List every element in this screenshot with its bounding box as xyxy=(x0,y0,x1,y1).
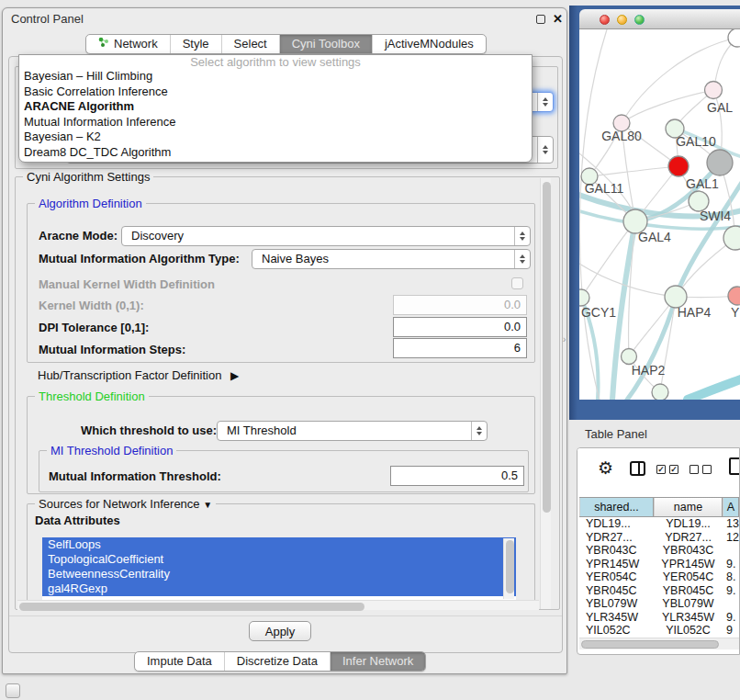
disclosure-down-icon[interactable]: ▼ xyxy=(203,500,212,510)
tab-network[interactable]: Network xyxy=(86,35,170,53)
tab-discretize-data[interactable]: Discretize Data xyxy=(224,652,330,671)
attribute-item[interactable]: BetweennessCentrality xyxy=(42,567,516,581)
column-header[interactable]: name xyxy=(654,498,723,516)
network-node-label: Y xyxy=(731,305,740,320)
stepper-icon xyxy=(537,137,553,163)
table-header: shared...nameA xyxy=(579,497,739,517)
table-cell: YDL19... xyxy=(654,517,723,531)
table-row[interactable]: YER054CYER054C8. xyxy=(579,570,739,584)
hub-definition-label[interactable]: Hub/Transcription Factor Definition ▶ xyxy=(38,368,239,382)
network-node[interactable] xyxy=(707,150,733,175)
table-horizontal-scrollbar[interactable] xyxy=(579,638,739,649)
mi-type-combo[interactable]: Naive Bayes xyxy=(252,249,531,269)
network-node[interactable] xyxy=(705,82,723,99)
network-window-titlebar[interactable] xyxy=(579,9,740,29)
float-panel-icon[interactable] xyxy=(536,15,545,24)
tab-jactivemnodules[interactable]: jActiveMNodules xyxy=(372,35,486,53)
algorithm-option[interactable]: Bayesian – Hill Climbing xyxy=(19,69,532,85)
threshold-definition-group: Threshold Definition Which threshold to … xyxy=(27,396,535,494)
gear-icon[interactable]: ⚙ xyxy=(598,459,613,477)
network-node[interactable] xyxy=(728,29,740,47)
checked-checkbox-icon[interactable]: ✓ xyxy=(656,465,666,474)
mi-threshold-field[interactable]: 0.5 xyxy=(390,466,524,486)
table-cell: YIL052C xyxy=(654,624,723,638)
attributes-scrollbar[interactable] xyxy=(503,538,514,599)
table-row[interactable]: YDR27...YDR27...12 xyxy=(579,531,739,545)
which-threshold-combo[interactable]: MI Threshold xyxy=(217,421,488,441)
network-node[interactable] xyxy=(622,349,637,365)
table-row[interactable]: YBL079WYBL079W xyxy=(579,597,739,611)
tab-label: Select xyxy=(234,35,267,53)
network-canvas[interactable]: GALGAL80GAL10GAL1GAL11GAL4SWI4GCY1HAP4YH… xyxy=(579,29,740,400)
table-cell: 8. xyxy=(723,570,739,584)
tab-label: Discretize Data xyxy=(237,652,318,671)
tab-label: jActiveMNodules xyxy=(385,35,474,53)
document-icon[interactable] xyxy=(729,457,740,475)
table-row[interactable]: YBR043CYBR043C xyxy=(579,544,739,558)
table-row[interactable]: YDL19...YDL19...13 xyxy=(579,517,739,531)
dpi-tolerance-field[interactable]: 0.0 xyxy=(393,317,527,337)
kernel-width-field[interactable]: 0.0 xyxy=(393,295,527,315)
table-row[interactable]: YPR145WYPR145W9. xyxy=(579,558,739,571)
table-cell: YDR27... xyxy=(654,531,723,545)
mi-steps-label: Mutual Information Steps: xyxy=(39,343,185,356)
network-node-label: GCY1 xyxy=(581,305,616,320)
algorithm-option[interactable]: Dream8 DC_TDC Algorithm xyxy=(19,145,532,161)
close-icon[interactable]: ✕ xyxy=(553,12,563,26)
split-columns-icon[interactable] xyxy=(630,461,645,476)
table-cell: YDR27... xyxy=(579,531,654,545)
tab-infer-network[interactable]: Infer Network xyxy=(330,652,425,671)
network-node[interactable] xyxy=(652,384,668,400)
attribute-item[interactable]: TopologicalCoefficient xyxy=(42,552,516,567)
table-cell: 9. xyxy=(723,584,739,598)
unchecked-checkbox-icon[interactable] xyxy=(702,465,712,474)
table-cell: 12 xyxy=(723,531,739,545)
table-cell: YBL079W xyxy=(654,597,723,611)
table-row[interactable]: YLR345WYLR345W9. xyxy=(579,611,739,625)
unchecked-checkbox-icon[interactable] xyxy=(690,465,699,474)
apply-separator xyxy=(9,615,562,616)
mi-steps-field[interactable]: 6 xyxy=(393,338,527,358)
attribute-item[interactable]: gal4RGexp xyxy=(42,581,516,596)
algorithm-dropdown-popup: Select algorithm to view settings Bayesi… xyxy=(18,54,533,163)
minimized-panel-icon[interactable] xyxy=(6,683,20,698)
apply-button[interactable]: Apply xyxy=(249,621,311,641)
algorithm-option[interactable]: Basic Correlation Inference xyxy=(19,85,532,100)
network-node[interactable] xyxy=(579,289,589,306)
dpi-tolerance-label: DPI Tolerance [0,1]: xyxy=(39,321,149,334)
tab-label: Infer Network xyxy=(342,652,413,671)
attribute-item[interactable]: SelfLoops xyxy=(42,537,516,552)
algorithm-option[interactable]: Mutual Information Inference xyxy=(19,115,532,130)
table-panel: Table Panel ⚙ ✓ ✓ shared...nameA YDL19..… xyxy=(569,420,740,700)
manual-kernel-checkbox[interactable] xyxy=(511,277,523,289)
minimize-window-icon[interactable] xyxy=(617,15,627,25)
tab-select[interactable]: Select xyxy=(221,35,279,53)
close-window-icon[interactable] xyxy=(600,15,610,25)
mi-type-label: Mutual Information Algorithm Type: xyxy=(39,252,240,265)
table-cell: 9. xyxy=(723,611,739,625)
table-cell: YBR045C xyxy=(579,584,654,598)
cyni-algorithm-settings-group: Cyni Algorithm Settings Algorithm Defini… xyxy=(15,176,560,610)
disclosure-right-icon[interactable]: ▶ xyxy=(230,369,239,382)
column-header[interactable]: A xyxy=(723,498,739,516)
network-node[interactable] xyxy=(728,287,740,305)
table-row[interactable]: YBR045CYBR045C9. xyxy=(579,584,739,598)
algorithm-option[interactable]: Bayesian – K2 xyxy=(19,130,532,145)
aracne-mode-combo[interactable]: Discovery xyxy=(121,226,531,246)
table-cell: YDL19... xyxy=(579,517,654,531)
tab-impute-data[interactable]: Impute Data xyxy=(135,652,224,671)
algorithm-definition-group: Algorithm Definition Aracne Mode: Discov… xyxy=(27,203,535,363)
settings-vertical-scrollbar[interactable] xyxy=(540,178,551,609)
algorithm-option[interactable]: ARACNE Algorithm xyxy=(19,99,532,115)
table-row[interactable]: YIL052CYIL052C9 xyxy=(579,624,739,638)
settings-horizontal-scrollbar[interactable] xyxy=(17,600,539,610)
network-node[interactable] xyxy=(668,156,689,176)
splitter-collapse-icon[interactable]: › xyxy=(563,334,566,344)
checked-checkbox-icon[interactable]: ✓ xyxy=(669,465,678,474)
tab-cyni-toolbox[interactable]: Cyni Toolbox xyxy=(279,35,372,53)
zoom-window-icon[interactable] xyxy=(634,15,645,25)
data-attributes-list: SelfLoopsTopologicalCoefficientBetweenne… xyxy=(42,537,516,600)
column-header[interactable]: shared... xyxy=(579,498,654,516)
stepper-icon xyxy=(537,93,553,111)
tab-style[interactable]: Style xyxy=(170,35,221,53)
